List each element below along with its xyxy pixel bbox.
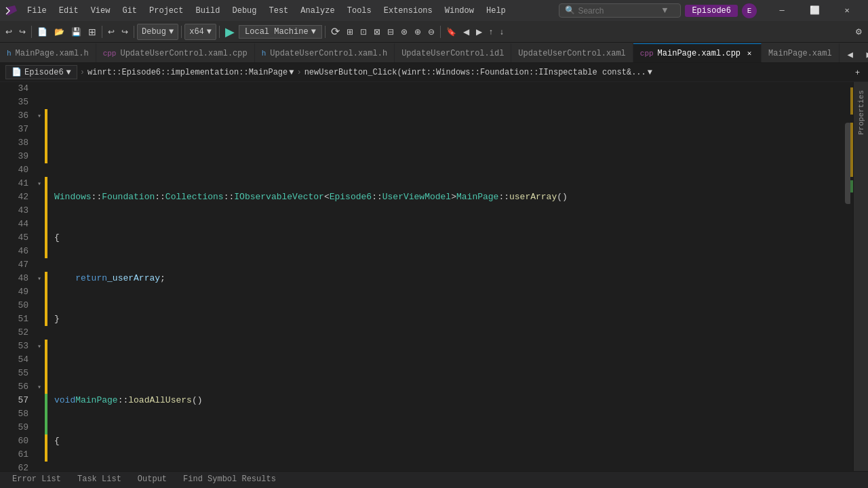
fold-56[interactable]: ▾ xyxy=(34,380,45,394)
title-search-box[interactable]: 🔍 ▼ xyxy=(559,3,681,18)
nav-scope[interactable]: winrt::Episode6::implementation::MainPag… xyxy=(87,68,294,77)
tab-icon-h: h xyxy=(262,49,267,58)
undo-btn[interactable]: ↩ xyxy=(105,23,117,41)
toolbar-more-1[interactable]: ⟳ xyxy=(328,23,342,41)
line-num-45: 45 xyxy=(0,231,28,245)
tab-scroll-right[interactable]: ▶ xyxy=(861,46,868,62)
open-btn[interactable]: 📂 xyxy=(52,23,67,41)
close-button[interactable]: ✕ xyxy=(831,0,863,21)
back-btn[interactable]: ↩ xyxy=(3,23,15,41)
new-file-btn[interactable]: 📄 xyxy=(35,23,50,41)
nav-btn3[interactable]: ↑ xyxy=(486,23,496,41)
tab-error-list[interactable]: Error List xyxy=(5,473,68,487)
fold-57 xyxy=(34,394,45,407)
menu-file[interactable]: File xyxy=(22,5,52,17)
tab-find-symbol[interactable]: Find Symbol Results xyxy=(176,473,283,487)
tab-updatecontrol-idl[interactable]: UpdateUserControl.idl xyxy=(395,43,511,62)
code-text[interactable]: Windows::Foundation::Collections::IObser… xyxy=(47,82,844,471)
menu-debug[interactable]: Debug xyxy=(226,5,262,17)
vertical-scrollbar[interactable] xyxy=(844,82,853,471)
tab-updatecontrol-cpp[interactable]: cpp UpdateUserControl.xaml.cpp xyxy=(96,43,255,62)
toolbar-more-6[interactable]: ⊛ xyxy=(398,23,410,41)
toolbar-more-3[interactable]: ⊡ xyxy=(357,23,370,41)
save-all-btn[interactable]: ⊞ xyxy=(85,23,99,41)
menu-help[interactable]: Help xyxy=(481,5,511,17)
menu-tools[interactable]: Tools xyxy=(342,5,377,17)
menu-analyze[interactable]: Analyze xyxy=(295,5,340,17)
tab-updatecontrol-h[interactable]: h UpdateUserControl.xaml.h xyxy=(255,43,395,62)
line-num-62: 62 xyxy=(0,462,28,471)
tab-mainpage-cpp[interactable]: cpp MainPage.xaml.cpp ✕ xyxy=(633,43,762,62)
settings-btn[interactable]: ⚙ xyxy=(852,23,865,41)
tab-mainpage-h[interactable]: h MainPage.xaml.h xyxy=(0,43,96,62)
tab-icon-active-cpp: cpp xyxy=(640,49,654,58)
menu-edit[interactable]: Edit xyxy=(54,5,84,17)
local-machine-btn[interactable]: Local Machine ▼ xyxy=(239,25,322,39)
nav-member[interactable]: newUserButton_Click(winrt::Windows::Foun… xyxy=(304,68,652,77)
minimap-yellow2 xyxy=(850,123,853,177)
nav-member-label: newUserButton_Click(winrt::Windows::Foun… xyxy=(304,68,646,77)
right-properties-panel: Properties xyxy=(853,82,868,471)
toolbar-more-2[interactable]: ⊞ xyxy=(344,23,356,41)
line-num-39: 39 xyxy=(0,150,28,163)
run-button[interactable]: ▶ xyxy=(222,24,237,39)
save-btn[interactable]: 💾 xyxy=(68,23,84,41)
fold-41[interactable]: ▾ xyxy=(34,177,45,190)
nav-btn4[interactable]: ↓ xyxy=(497,23,507,41)
line-38: return _userArray; xyxy=(54,272,844,285)
title-search-input[interactable] xyxy=(578,6,659,16)
fold-40 xyxy=(34,163,45,177)
debug-config-arrow: ▼ xyxy=(169,27,174,37)
search-icon: 🔍 xyxy=(565,5,575,16)
fold-39 xyxy=(34,150,45,163)
line-num-58: 58 xyxy=(0,407,28,421)
line-num-38: 38 xyxy=(0,136,28,150)
fold-61 xyxy=(34,448,45,462)
forward-btn[interactable]: ↪ xyxy=(16,23,28,41)
user-avatar[interactable]: E xyxy=(742,3,757,18)
fold-53[interactable]: ▾ xyxy=(34,340,45,353)
toolbar-more-7[interactable]: ⊕ xyxy=(412,23,424,41)
maximize-button[interactable]: ⬜ xyxy=(799,0,830,21)
fold-48[interactable]: ▾ xyxy=(34,272,45,285)
toolbar-more-8[interactable]: ⊖ xyxy=(425,23,437,41)
add-file-btn[interactable]: + xyxy=(852,64,863,81)
nav-btn2[interactable]: ▶ xyxy=(473,23,485,41)
fold-36[interactable]: ▾ xyxy=(34,109,45,123)
menu-extensions[interactable]: Extensions xyxy=(378,5,438,17)
menu-git[interactable]: Git xyxy=(117,5,142,17)
tab-bar: h MainPage.xaml.h cpp UpdateUserControl.… xyxy=(0,43,868,63)
fold-35 xyxy=(34,96,45,109)
menu-window[interactable]: Window xyxy=(439,5,479,17)
tab-close-mainpage-cpp[interactable]: ✕ xyxy=(745,49,754,58)
menu-project[interactable]: Project xyxy=(144,5,189,17)
menu-test[interactable]: Test xyxy=(264,5,294,17)
minimap-yellow1 xyxy=(850,87,853,115)
nav-btn1[interactable]: ◀ xyxy=(460,23,472,41)
line-num-35: 35 xyxy=(0,96,28,109)
tab-task-list[interactable]: Task List xyxy=(71,473,128,487)
menu-view[interactable]: View xyxy=(85,5,116,17)
toolbar-more-5[interactable]: ⊟ xyxy=(384,23,397,41)
bookmark-btn[interactable]: 🔖 xyxy=(443,23,459,41)
redo-btn[interactable]: ↪ xyxy=(119,23,131,41)
menu-build[interactable]: Build xyxy=(190,5,225,17)
episode-label: Episode6 xyxy=(685,5,738,17)
toolbar-more-4[interactable]: ⊠ xyxy=(371,23,383,41)
minimize-button[interactable]: ─ xyxy=(766,0,797,21)
tab-output[interactable]: Output xyxy=(131,473,174,487)
line-numbers: 34 35 36 37 38 39 40 41 42 43 44 45 46 4… xyxy=(0,82,34,471)
arch-dropdown[interactable]: x64 ▼ xyxy=(184,24,216,40)
code-area[interactable]: 34 35 36 37 38 39 40 41 42 43 44 45 46 4… xyxy=(0,82,868,471)
tab-extras: ◀ ▶ ▼ ⊞ ⚙ xyxy=(840,46,868,62)
tab-mainpage-xaml[interactable]: MainPage.xaml xyxy=(762,43,840,62)
project-selector[interactable]: 📄 Episode6 ▼ xyxy=(5,65,77,79)
line-num-40: 40 xyxy=(0,163,28,177)
debug-config-dropdown[interactable]: Debug ▼ xyxy=(137,24,178,40)
tab-updatecontrol-xaml[interactable]: UpdateUserControl.xaml xyxy=(511,43,633,62)
line-34 xyxy=(54,109,844,123)
project-dropdown-icon: ▼ xyxy=(66,68,71,77)
sep4 xyxy=(181,26,182,38)
tab-label-idl: UpdateUserControl.idl xyxy=(401,49,504,58)
tab-scroll-left[interactable]: ◀ xyxy=(842,46,859,62)
